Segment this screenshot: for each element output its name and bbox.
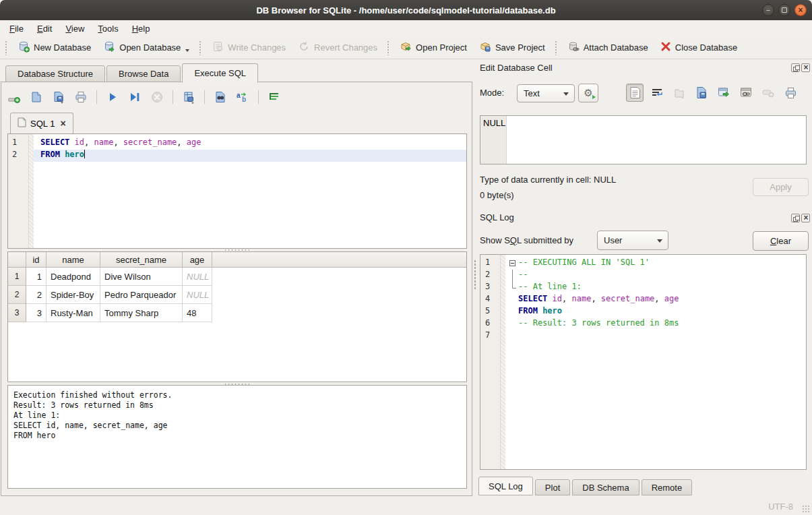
table-cell[interactable]: NULL [183, 286, 212, 304]
row-header[interactable]: 1 [8, 268, 26, 286]
fold-margin [508, 282, 518, 294]
menu-edit[interactable]: Edit [30, 22, 59, 36]
float-panel-icon[interactable] [791, 63, 800, 72]
attach-database-label: Attach Database [584, 42, 648, 53]
row-header[interactable]: 3 [8, 304, 26, 322]
log-filter-select[interactable]: User [597, 231, 668, 250]
format-code-icon[interactable] [267, 89, 282, 105]
resize-grip-icon[interactable] [802, 505, 810, 513]
tab-execute-sql[interactable]: Execute SQL [182, 63, 258, 83]
table-cell[interactable]: 2 [26, 286, 46, 304]
tab-database-structure[interactable]: Database Structure [5, 65, 105, 82]
open-database-button[interactable]: Open Database [97, 38, 195, 57]
fold-marker-icon[interactable] [508, 258, 518, 270]
minimize-icon[interactable]: − [762, 4, 774, 16]
save-data-icon[interactable] [693, 84, 710, 102]
open-database-dropdown-icon[interactable] [185, 49, 189, 52]
mode-select[interactable]: Text [517, 84, 575, 102]
text-mode-icon[interactable] [626, 84, 644, 102]
save-project-icon [479, 40, 491, 55]
attach-database-button[interactable]: Attach Database [561, 38, 654, 57]
table-cell[interactable]: Dive Wilson [100, 268, 183, 286]
corner-header[interactable] [8, 252, 26, 267]
float-panel-icon[interactable] [791, 214, 800, 222]
save-project-button[interactable]: Save Project [473, 38, 551, 57]
column-header-age[interactable]: age [183, 252, 212, 267]
new-database-button[interactable]: New Database [11, 38, 97, 57]
row-header[interactable]: 2 [8, 286, 26, 304]
table-cell[interactable]: 3 [26, 304, 46, 322]
open-database-label: Open Database [119, 42, 181, 53]
menubar: File Edit View Tools Help [0, 20, 812, 36]
execute-all-icon[interactable] [105, 89, 120, 105]
save-sql-file-icon[interactable] [51, 89, 66, 105]
sql-tab[interactable]: SQL 1 × [10, 113, 73, 133]
close-icon[interactable]: × [794, 4, 807, 16]
toolbar-grip[interactable] [5, 40, 8, 55]
results-rows: 11DeadpondDive WilsonNULL22Spider-BoyPed… [8, 268, 466, 322]
column-header-name[interactable]: name [46, 252, 100, 267]
execute-current-line-icon[interactable] [127, 89, 142, 105]
word-wrap-icon[interactable] [648, 84, 666, 102]
table-cell[interactable]: 48 [183, 304, 212, 322]
menu-file[interactable]: File [3, 22, 30, 36]
sql-editor[interactable]: 12 SELECT id, name, secret_name, ageFROM… [7, 133, 467, 249]
titlebar: DB Browser for SQLite - /home/user/code/… [0, 0, 812, 20]
copy-link-icon[interactable] [737, 84, 755, 102]
set-null-icon [759, 84, 777, 102]
close-panel-icon[interactable] [801, 63, 810, 72]
table-cell[interactable]: NULL [183, 268, 212, 286]
print-icon[interactable] [73, 89, 88, 105]
close-tab-icon[interactable]: × [60, 118, 65, 129]
open-sql-file-icon[interactable] [29, 89, 44, 105]
encoding-indicator[interactable]: UTF-8 [768, 502, 793, 512]
clear-button[interactable]: Clear [753, 231, 809, 251]
table-cell[interactable]: Deadpond [46, 268, 100, 286]
editor-fold-margin [29, 134, 34, 248]
maximize-icon[interactable] [778, 4, 790, 16]
editor-code-area[interactable]: SELECT id, name, secret_name, ageFROM he… [34, 134, 466, 248]
new-tab-icon[interactable] [7, 89, 22, 105]
line-number: 3 [480, 282, 500, 294]
menu-view[interactable]: View [59, 22, 91, 36]
revert-changes-label: Revert Changes [314, 42, 377, 53]
cell-size-info: 0 byte(s) [480, 190, 514, 200]
panel-splitter[interactable] [474, 260, 476, 289]
code-line: FROM hero [34, 150, 466, 162]
tab-sql-log[interactable]: SQL Log [478, 477, 533, 495]
sql-log-dock-buttons [791, 214, 810, 222]
log-fold-margin [501, 255, 505, 469]
column-header-id[interactable]: id [26, 252, 46, 267]
table-cell[interactable]: Spider-Boy [46, 286, 100, 304]
save-results-icon[interactable] [181, 89, 196, 105]
table-cell[interactable]: 1 [26, 268, 46, 286]
menu-help[interactable]: Help [125, 22, 157, 36]
revert-changes-button: Revert Changes [292, 38, 383, 57]
menu-tools[interactable]: Tools [91, 22, 125, 36]
print-cell-icon[interactable] [782, 84, 799, 102]
table-cell[interactable]: Tommy Sharp [100, 304, 183, 322]
sql-tab-label: SQL 1 [30, 119, 55, 129]
cell-value-editor[interactable]: NULL [480, 115, 807, 164]
replace-icon[interactable]: ab [235, 89, 250, 105]
close-panel-icon[interactable] [801, 214, 810, 222]
close-database-button[interactable]: Close Database [654, 39, 744, 56]
gear-icon: ⚙ [584, 87, 592, 99]
find-icon[interactable] [213, 89, 228, 105]
table-cell[interactable]: Pedro Parqueador [100, 286, 183, 304]
bottom-tab-bar: SQL Log Plot DB Schema Remote [478, 477, 694, 495]
table-cell[interactable]: Rusty-Man [46, 304, 100, 322]
cell-value-area[interactable] [507, 116, 806, 164]
results-grid: idnamesecret_nameage 11DeadpondDive Wils… [7, 251, 467, 382]
window-title: DB Browser for SQLite - /home/user/code/… [256, 5, 555, 16]
open-project-button[interactable]: Open Project [394, 38, 473, 57]
export-data-icon[interactable] [715, 84, 732, 102]
tab-browse-data[interactable]: Browse Data [106, 65, 181, 82]
tab-plot[interactable]: Plot [535, 479, 570, 495]
main-toolbar: New Database Open Database Write Changes… [0, 36, 812, 59]
tab-remote[interactable]: Remote [642, 479, 693, 495]
column-header-secret_name[interactable]: secret_name [100, 252, 183, 267]
tab-db-schema[interactable]: DB Schema [572, 479, 639, 495]
auto-apply-button[interactable]: ⚙ [578, 84, 598, 102]
line-number: 5 [480, 306, 500, 318]
